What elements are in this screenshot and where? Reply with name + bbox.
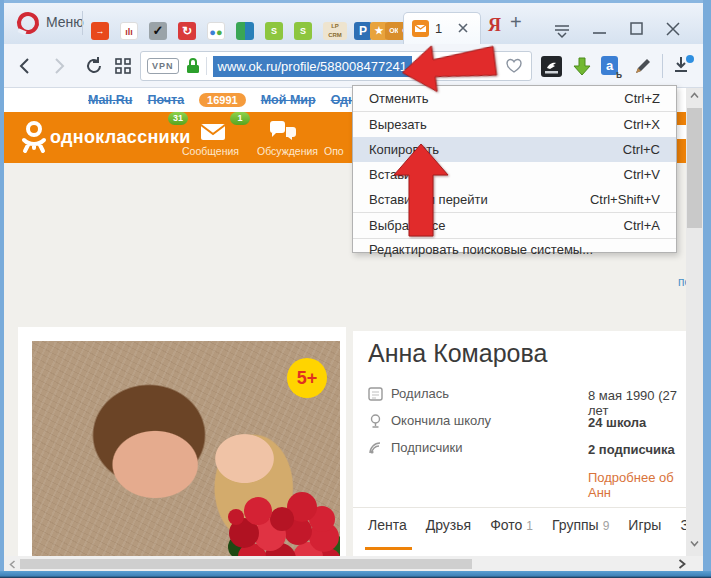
secure-lock-icon[interactable]	[185, 57, 201, 75]
mail-tab-icon	[412, 20, 429, 37]
horizontal-scroll-thumb[interactable]	[20, 559, 472, 569]
annotation-arrow-url	[395, 31, 501, 101]
divider	[206, 57, 207, 75]
discussions-icon[interactable]	[268, 121, 298, 141]
tab-groups[interactable]: Группы9	[552, 517, 609, 533]
calendar-icon	[368, 386, 383, 401]
ok-brand-text[interactable]: одноклассники	[50, 127, 191, 148]
menu-item-shortcut: Ctrl+C	[623, 142, 660, 157]
vertical-scroll-thumb[interactable]	[687, 108, 702, 228]
pinned-tab-green-s2-icon[interactable]: S	[294, 22, 312, 40]
mail-count-badge: 16991	[199, 93, 246, 107]
profile-card: Анна Комарова Родилась 8 мая 1990 (27 ле…	[353, 331, 686, 561]
annotation-arrow-copy	[391, 142, 451, 238]
back-button[interactable]	[16, 57, 34, 75]
maximize-button[interactable]	[629, 21, 644, 36]
pinned-tab-lpcrm-icon[interactable]: LPCRM	[323, 22, 347, 40]
menu-item-edit-search-engines[interactable]: Редактировать поисковые системы...	[353, 239, 676, 257]
scroll-up-icon[interactable]	[690, 92, 699, 99]
profile-tabs: Лента Друзья Фото1 Группы9 Игры Зам	[368, 517, 706, 533]
menu-item-label: Вырезать	[369, 117, 427, 132]
ok-logo-icon[interactable]	[20, 121, 48, 154]
pinned-tab-chart-icon[interactable]: ılı	[120, 22, 138, 40]
window-border	[0, 571, 711, 578]
nav-link-moimir[interactable]: Мой Мир	[261, 93, 316, 107]
nav-link-mailru[interactable]: Mail.Ru	[88, 93, 132, 107]
downloads-button[interactable]	[670, 54, 696, 78]
url-text-selected[interactable]: www.ok.ru/profile/588008477241	[213, 56, 412, 77]
pinned-tab-green-s-icon[interactable]: S	[265, 22, 283, 40]
divider	[662, 54, 663, 78]
age-badge: 5+	[287, 358, 327, 398]
pinned-tab-target-icon[interactable]: ↻	[178, 22, 196, 40]
menu-item-cut[interactable]: Вырезать Ctrl+X	[353, 112, 676, 137]
active-tab-underline	[365, 547, 412, 550]
messages-label[interactable]: Сообщения	[182, 145, 239, 157]
tab-menu-icon[interactable]	[553, 23, 571, 39]
ext-bird-icon[interactable]	[541, 56, 562, 77]
tab-friends[interactable]: Друзья	[426, 517, 471, 533]
profile-photo[interactable]: 5+ Пусть будет праздник каждый день! 13 …	[32, 341, 340, 578]
vertical-scrollbar[interactable]	[686, 88, 703, 556]
menu-item-label: Редактировать поисковые системы...	[369, 242, 593, 257]
ext-savefrom-icon[interactable]	[570, 55, 594, 79]
more-about-link[interactable]: Подробнее об Анн	[588, 470, 686, 500]
address-toolbar: VPN www.ok.ru/profile/588008477241 aь	[4, 44, 706, 88]
divider	[353, 507, 686, 508]
scroll-down-icon[interactable]	[690, 540, 699, 547]
opera-menu-label: Меню	[46, 14, 84, 30]
forward-button[interactable]	[50, 57, 68, 75]
tab-count: 1	[526, 519, 533, 533]
tab-photos[interactable]: Фото1	[490, 517, 533, 533]
tab-close-icon[interactable]	[456, 21, 470, 35]
close-button[interactable]	[665, 21, 681, 37]
tab-feed[interactable]: Лента	[368, 517, 407, 533]
pinned-tab-stripes-icon[interactable]	[236, 22, 254, 40]
bookmark-heart-icon[interactable]	[505, 58, 523, 74]
nav-link-mail[interactable]: Почта	[147, 93, 184, 107]
messages-badge: 31	[168, 112, 188, 125]
tab-label: Фото	[490, 517, 522, 533]
translate-sub-glyph: ь	[616, 65, 622, 84]
scroll-right-icon[interactable]	[678, 559, 686, 569]
tab-label: Игры	[628, 517, 661, 533]
menu-item-shortcut: Ctrl+Z	[624, 91, 660, 106]
horizontal-scrollbar[interactable]	[4, 556, 703, 572]
messages-icon[interactable]	[200, 123, 226, 141]
tab-count: 9	[603, 519, 610, 533]
menu-item-shortcut: Ctrl+Shift+V	[590, 192, 660, 207]
scroll-left-icon[interactable]	[9, 560, 16, 569]
roses-sticker	[228, 509, 244, 525]
discussions-label[interactable]: Обсуждения	[257, 145, 318, 157]
pinned-tab-dots-icon[interactable]: ●●	[207, 22, 225, 40]
discussions-badge: 1	[230, 112, 250, 125]
divider	[82, 11, 83, 35]
vpn-badge[interactable]: VPN	[147, 58, 179, 74]
browser-window: Меню → ılı ✓ ↻ ●● S S LPCRM P ★ ОК ОК 1 …	[0, 0, 711, 578]
info-row-school: Окончила школу	[368, 413, 491, 428]
info-label: Родилась	[391, 386, 449, 401]
tab-label: Лента	[368, 517, 407, 533]
notifications-label-cut[interactable]: Опо	[324, 145, 344, 157]
school-icon	[368, 413, 383, 428]
profile-name: Анна Комарова	[368, 339, 547, 368]
window-border	[0, 0, 4, 578]
reload-button[interactable]	[84, 56, 104, 76]
tab-games[interactable]: Игры	[628, 517, 661, 533]
opera-logo-icon	[15, 10, 42, 37]
active-tab-title: 1	[435, 21, 442, 36]
info-label: Окончила школу	[391, 413, 491, 428]
minimize-button[interactable]	[592, 31, 607, 35]
tab-bar: Меню → ılı ✓ ↻ ●● S S LPCRM P ★ ОК ОК 1 …	[4, 3, 706, 44]
speed-dial-icon[interactable]	[114, 57, 132, 75]
info-value-birthday: 8 мая 1990 (27 лет	[588, 388, 686, 418]
tab-label: Группы	[552, 517, 599, 533]
pinned-tab-check-icon[interactable]: ✓	[149, 22, 167, 40]
info-label: Подписчики	[391, 440, 463, 455]
pinned-tab-arrow-icon[interactable]: →	[91, 22, 109, 40]
ext-translate-icon[interactable]: aь	[601, 56, 618, 75]
new-tab-button[interactable]: +	[510, 11, 522, 34]
window-border	[703, 0, 711, 578]
subscribers-icon	[368, 440, 383, 455]
ext-pencil-icon[interactable]	[632, 56, 653, 77]
